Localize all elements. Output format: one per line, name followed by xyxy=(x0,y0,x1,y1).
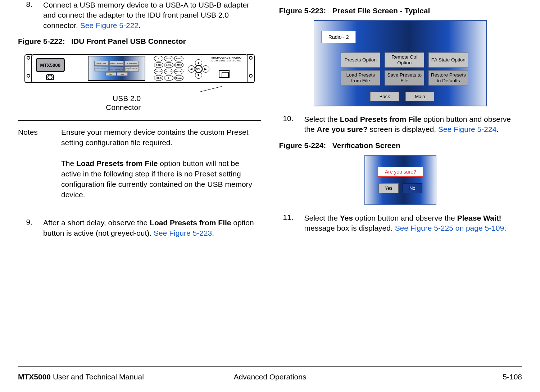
key-9[interactable]: 9WXYZ xyxy=(174,69,183,74)
back-main-row: Back Main xyxy=(370,92,434,101)
right-column: Figure 5-223: Preset File Screen - Typic… xyxy=(279,0,522,241)
step-tail: . xyxy=(504,224,506,232)
key-2[interactable]: 2 ABC xyxy=(164,56,173,61)
step-body: Connect a USB memory device to a USB-A t… xyxy=(43,1,249,29)
footer-divider xyxy=(18,366,522,367)
step-mid2: message box is displayed. xyxy=(304,224,395,232)
key-3[interactable]: 3 DEF xyxy=(174,56,183,61)
key-4[interactable]: 4 GHI xyxy=(154,62,163,68)
select-button[interactable]: SEL xyxy=(195,65,203,73)
step-number: 11. xyxy=(279,213,304,234)
nav-pad: ▲ ▼ ◀ ▶ SEL xyxy=(188,59,209,79)
key-0[interactable]: 0 xyxy=(164,75,173,81)
idu-front-panel: MTX5000 Radio - 2 Presets Option Remote … xyxy=(24,51,255,87)
mini-save-presets: Save Presets to File xyxy=(109,66,124,72)
figure-224-label: Figure 5-224: Verification Screen xyxy=(279,141,400,150)
spacer xyxy=(279,205,522,213)
step-tail: . xyxy=(139,21,141,29)
options-row-1: Presets Option Remote Ctrl Option PA Sta… xyxy=(341,52,468,68)
mini-remote-ctrl-option: Remote Ctrl Option xyxy=(109,61,124,66)
step-9: 9. After a short delay, observe the Load… xyxy=(18,218,261,238)
chevron-right-icon[interactable]: ▶ xyxy=(202,65,209,73)
step-tail: . xyxy=(212,229,214,237)
step-text: After a short delay, observe the Load Pr… xyxy=(43,218,261,238)
chevron-left-icon[interactable]: ◀ xyxy=(188,65,195,73)
step-bold1: Load Presets from File xyxy=(340,115,421,123)
figure-222-title: Figure 5-222: IDU Front Panel USB Connec… xyxy=(18,37,261,46)
footer-left-bold: MTX5000 xyxy=(18,373,51,381)
figure-223-screen: Radio - 2 Presets Option Remote Ctrl Opt… xyxy=(314,20,487,106)
figure-link[interactable]: See Figure 5-225 on page 5-109 xyxy=(395,224,504,232)
notes-text: Ensure your memory device contains the c… xyxy=(61,127,261,200)
pa-state-option-button[interactable]: PA State Option xyxy=(428,52,468,68)
spacer xyxy=(279,106,522,114)
mini-row-2: Load Presets from File Save Presets to F… xyxy=(94,66,139,72)
usb-port[interactable] xyxy=(219,70,230,78)
step-10: 10. Select the Load Presets from File op… xyxy=(279,114,522,135)
step-tail: . xyxy=(496,125,499,133)
step-text: Select the Load Presets from File option… xyxy=(304,114,522,135)
step-text: Select the Yes option button and observe… xyxy=(304,213,522,234)
figure-224-title: Figure 5-224: Verification Screen xyxy=(279,141,522,150)
step-bold1: Yes xyxy=(340,214,353,222)
page-footer: MTX5000 User and Technical Manual Advanc… xyxy=(18,373,522,381)
figure-222-illustration: MTX5000 Radio - 2 Presets Option Remote … xyxy=(18,51,261,112)
mini-main: Main xyxy=(117,72,128,76)
notes-block: Notes Ensure your memory device contains… xyxy=(18,127,261,200)
notes-divider-bottom xyxy=(18,209,261,209)
key-7[interactable]: 7 PQRS xyxy=(154,69,163,74)
radio-tab[interactable]: Radio - 2 xyxy=(321,31,356,43)
yes-button[interactable]: Yes xyxy=(378,183,399,193)
notes-divider-top xyxy=(18,120,261,121)
figure-223-title: Figure 5-223: Preset File Screen - Typic… xyxy=(279,6,522,15)
step-11: 11. Select the Yes option button and obs… xyxy=(279,213,522,234)
notes-para-1: Ensure your memory device contains the c… xyxy=(61,127,261,148)
brand-logo: MICROWAVE RADIO COMMUNICATIONS xyxy=(212,56,242,62)
figure-link[interactable]: See Figure 5-224 xyxy=(438,125,496,133)
usb-caption-line1: USB 2.0 xyxy=(113,94,141,102)
back-button[interactable]: Back xyxy=(370,92,399,101)
load-presets-button[interactable]: Load Presets from File xyxy=(341,70,380,86)
keypad: 1 2 ABC 3 DEF 4 GHI 5 JKL 6 MNO 7 PQRS 8… xyxy=(154,56,183,81)
options-row-2: Load Presets from File Save Presets to F… xyxy=(341,70,468,86)
mini-presets-option: Presets Option xyxy=(94,61,109,66)
no-button[interactable]: No xyxy=(402,183,422,193)
two-column-layout: 8. Connect a USB memory device to a USB-… xyxy=(18,0,522,241)
callout-pointer xyxy=(24,87,255,93)
brand-logo-line1: MICROWAVE RADIO xyxy=(212,56,242,59)
idu-mini-screen: Presets Option Remote Ctrl Option PA Sta… xyxy=(88,56,145,81)
mini-restore-presets: Restore Presets to Defaults xyxy=(124,66,139,72)
step-pre: After a short delay, observe the xyxy=(43,218,150,227)
step-pre: Select the xyxy=(304,115,340,123)
rack-ear-right xyxy=(247,54,255,83)
figure-link[interactable]: See Figure 5-223 xyxy=(154,229,212,237)
presets-option-button[interactable]: Presets Option xyxy=(341,52,380,68)
restore-presets-button[interactable]: Restore Presets to Defaults xyxy=(428,70,468,86)
product-badge: MTX5000 xyxy=(36,58,65,72)
key-5[interactable]: 5 JKL xyxy=(164,62,173,68)
mini-pa-state-option: PA State Option xyxy=(124,61,139,66)
step-mid2: screen is displayed. xyxy=(368,125,438,133)
figure-223-label: Figure 5-223: Preset File Screen - Typic… xyxy=(279,6,430,15)
mini-back: Back xyxy=(105,72,116,76)
step-8: 8. Connect a USB memory device to a USB-… xyxy=(18,0,261,31)
figure-222-label: Figure 5-222: IDU Front Panel USB Connec… xyxy=(18,37,186,46)
remote-ctrl-option-button[interactable]: Remote Ctrl Option xyxy=(385,52,424,68)
notes-label: Notes xyxy=(18,127,54,200)
left-column: 8. Connect a USB memory device to a USB-… xyxy=(18,0,261,241)
key-8[interactable]: 8 TUV xyxy=(164,69,173,74)
figure-link[interactable]: See Figure 5-222 xyxy=(80,21,139,29)
key-1[interactable]: 1 xyxy=(154,56,163,61)
power-button[interactable] xyxy=(46,74,54,80)
main-button[interactable]: Main xyxy=(405,92,434,101)
key-space[interactable]: #Space xyxy=(174,75,183,81)
key-shift[interactable]: #Shift xyxy=(154,75,163,81)
key-6[interactable]: 6 MNO xyxy=(174,62,183,68)
mini-row-bm: Back Main xyxy=(105,72,128,76)
usb-caption: USB 2.0 Connector xyxy=(106,94,141,112)
footer-center: Advanced Operations xyxy=(186,373,354,381)
save-presets-button[interactable]: Save Presets to File xyxy=(385,70,424,86)
step-bold2: Are you sure? xyxy=(317,125,368,133)
step-number: 9. xyxy=(18,218,43,238)
step-pre: Select the xyxy=(304,214,340,222)
